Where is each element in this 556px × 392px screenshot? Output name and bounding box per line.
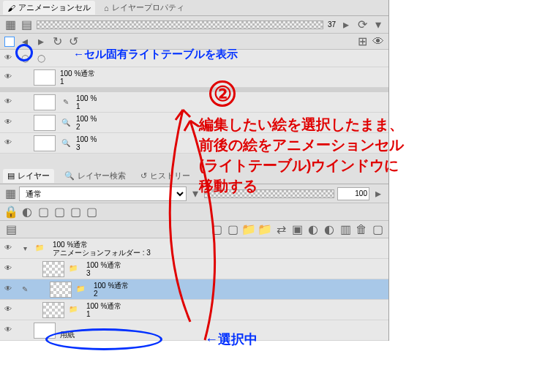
layer-label: 100 %通常 アニメーションフォルダー : 3	[53, 241, 151, 257]
folder-icon: 📁	[35, 244, 48, 254]
layer-label: 100 %通常 2	[94, 282, 129, 298]
opacity-pattern	[37, 20, 323, 29]
layer-thumbnail	[34, 69, 56, 86]
light-table-icon[interactable]: ◯	[19, 53, 31, 64]
tab-label: ヒストリー	[150, 170, 190, 181]
visibility-icon[interactable]: 👁	[4, 244, 15, 254]
layer-thumbnail	[34, 135, 56, 151]
tab-label: アニメーションセル	[18, 2, 91, 13]
history-icon: ↺	[140, 171, 147, 181]
cel-row-3[interactable]: 👁 🔍 100 % 3	[0, 133, 388, 154]
tab-history[interactable]: ↺ ヒストリー	[136, 169, 195, 183]
visibility-icon[interactable]: 👁	[4, 53, 15, 64]
visibility-icon[interactable]: 👁	[4, 97, 15, 108]
trash-icon[interactable]: 🗑	[355, 224, 368, 235]
transfer-icon[interactable]: ⇄	[274, 224, 288, 235]
tab-animation-cel[interactable]: 🖌 アニメーションセル	[3, 1, 95, 15]
visibility-icon[interactable]: 👁	[4, 284, 15, 295]
tab-label: レイヤー	[18, 170, 50, 181]
palette-icon[interactable]: ▦	[4, 188, 16, 200]
layer-row-2-selected[interactable]: 👁 ✎ 📁 100 %通常 2	[0, 279, 388, 300]
layer-label: 100 %通常 1	[86, 302, 121, 318]
house-icon: ⌂	[104, 4, 109, 12]
tab-layer[interactable]: ▤ レイヤー	[3, 169, 54, 183]
layer-thumbnail	[34, 115, 56, 131]
tab-label: レイヤープロパティ	[112, 2, 184, 13]
layer-thumbnail	[50, 282, 72, 298]
search-icon[interactable]: 🔍	[60, 137, 72, 149]
layers-icon[interactable]: ▤	[20, 19, 32, 31]
layer-row-3[interactable]: 👁 📁 100 %通常 3	[0, 259, 388, 279]
visibility-icon[interactable]: 👁	[4, 138, 15, 148]
search-icon[interactable]: 🔍	[60, 117, 72, 129]
layer-thumbnail	[42, 302, 64, 318]
cel-label: 100 %通常 1	[60, 69, 95, 86]
visibility-icon[interactable]: 👁	[4, 118, 15, 128]
palette-icon[interactable]: ▦	[4, 19, 16, 31]
tab-layer-property[interactable]: ⌂ レイヤープロパティ	[99, 1, 189, 15]
collapse-icon[interactable]: ▢	[371, 224, 384, 235]
cel-label: 100 % 1	[76, 94, 97, 110]
tab-layer-search[interactable]: 🔍 レイヤー検索	[60, 169, 130, 183]
ref-icon[interactable]: ▢	[37, 206, 50, 218]
layer-row-1[interactable]: 👁 📁 100 %通常 1	[0, 300, 388, 320]
blend-mode-select[interactable]: 通常	[19, 186, 187, 201]
layer-toolbar-2: 🔒 ◐ ▢ ▢ ▢ ▢	[0, 203, 388, 221]
chevron-down-icon[interactable]: ▾	[189, 188, 201, 200]
chevron-down-icon[interactable]: ▾	[19, 243, 31, 255]
edit-icon[interactable]: ✎	[60, 97, 72, 108]
layer-label: 100 %通常 3	[86, 261, 121, 277]
mask-2-icon[interactable]: ◐	[323, 224, 336, 235]
next-icon[interactable]: ▸	[35, 36, 47, 48]
pen-icon: ✎	[19, 284, 31, 295]
light-table-icon-2[interactable]: ◯	[35, 53, 47, 64]
visibility-icon[interactable]: 👁	[4, 325, 15, 336]
chevron-icon[interactable]: ▸	[340, 19, 352, 31]
new-layer-2-icon[interactable]: ▢	[226, 224, 239, 235]
cel-toolbar: ▦ ▤ 37 ▸ ⟳ ▾	[0, 16, 388, 34]
select-tool-icon[interactable]	[4, 37, 15, 47]
loop2-icon[interactable]: ↺	[67, 36, 79, 48]
cel-row-2[interactable]: 👁 🔍 100 % 2	[0, 113, 388, 133]
visibility-icon[interactable]: 👁	[4, 72, 15, 83]
prev-icon[interactable]: ◂	[19, 36, 31, 48]
mask-icon[interactable]: ▢	[69, 206, 82, 218]
cel-row-1[interactable]: 👁 ✎ 100 % 1	[0, 92, 388, 113]
new-layer-icon[interactable]: ▢	[210, 224, 223, 235]
ruler-icon[interactable]: ▢	[85, 206, 98, 218]
refresh-icon[interactable]: ⟳	[356, 19, 368, 31]
loop-icon[interactable]: ↻	[51, 36, 63, 48]
new-folder-icon[interactable]: 📁	[242, 224, 255, 235]
folder-icon: 📁	[69, 264, 82, 274]
search-icon: 🔍	[64, 171, 75, 181]
layer-toolbar-3: ▤ ▢ ▢ 📁 📁 ⇄ ▣ ◐ ◐ ▥ 🗑 ▢	[0, 221, 388, 238]
eye-icon[interactable]: 👁	[372, 36, 384, 48]
panel-icon[interactable]: ▤	[4, 224, 18, 235]
folder-icon: 📁	[69, 305, 82, 315]
visibility-icon[interactable]: 👁	[4, 305, 15, 315]
clip-icon[interactable]: ◐	[20, 206, 34, 218]
layer-folder-row[interactable]: 👁 ▾ 📁 100 %通常 アニメーションフォルダー : 3	[0, 238, 388, 259]
mask-icon[interactable]: ◐	[307, 224, 320, 235]
opacity-input[interactable]	[337, 187, 369, 200]
new-folder-2-icon[interactable]: 📁	[258, 224, 271, 235]
merge-icon[interactable]: ▣	[290, 224, 304, 235]
cel-toolbar-2: ◂ ▸ ↻ ↺ ⊞ 👁	[0, 34, 388, 50]
draft-icon[interactable]: ▢	[53, 206, 66, 218]
annotation-selected-ellipse	[45, 328, 162, 350]
tab-label: レイヤー検索	[78, 170, 126, 181]
layer-thumbnail	[34, 94, 56, 110]
menu-icon[interactable]: ▥	[339, 224, 352, 235]
gear-icon[interactable]: ▾	[372, 19, 384, 31]
visibility-icon[interactable]: 👁	[4, 264, 15, 274]
layer-toolbar: ▦ 通常 ▾ ▸	[0, 184, 388, 203]
opacity-value: 37	[328, 20, 336, 29]
opacity-pattern	[204, 189, 334, 198]
brush-icon: 🖌	[7, 4, 15, 12]
chevron-icon[interactable]: ▸	[372, 188, 384, 200]
cel-header-row[interactable]: 👁 100 %通常 1	[0, 67, 388, 88]
cel-label: 100 % 3	[76, 135, 97, 151]
layer-thumbnail	[42, 261, 64, 277]
lock-icon[interactable]: 🔒	[4, 206, 18, 218]
expand-icon[interactable]: ⊞	[356, 36, 368, 48]
